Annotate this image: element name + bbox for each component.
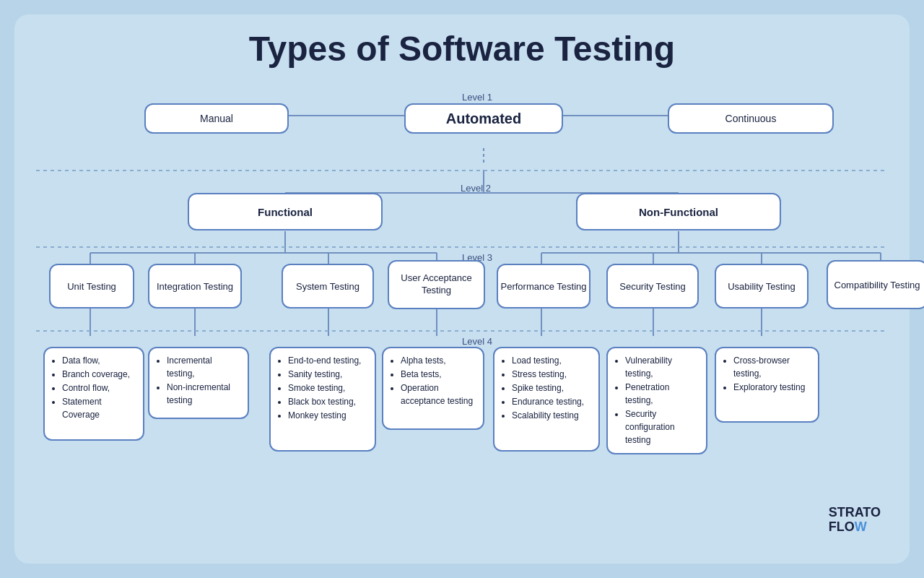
node-manual: Manual xyxy=(144,103,289,134)
sep3 xyxy=(36,330,888,332)
detail-usability: Cross-browser testing, Exploratory testi… xyxy=(715,347,819,423)
node-system: System Testing xyxy=(282,264,374,309)
node-uat: User Acceptance Testing xyxy=(388,260,485,309)
node-usability: Usability Testing xyxy=(715,264,808,309)
node-automated: Automated xyxy=(404,103,563,134)
diagram: Level 1 Manual Automated Continuous Leve… xyxy=(36,76,888,538)
node-nonfunctional: Non-Functional xyxy=(576,193,781,230)
node-performance: Performance Testing xyxy=(497,264,590,309)
logo: STRATO FLOW xyxy=(829,506,881,535)
node-security: Security Testing xyxy=(606,264,699,309)
sep1 xyxy=(36,170,888,171)
node-compatibility: Compatibility Testing xyxy=(827,260,924,309)
detail-integration: Incremental testing, Non-incremental tes… xyxy=(148,347,249,419)
main-container: Types of Software Testing xyxy=(14,14,910,564)
page-title: Types of Software Testing xyxy=(36,29,888,69)
detail-security: Vulnerability testing, Penetration testi… xyxy=(606,347,707,454)
node-unit: Unit Testing xyxy=(49,264,134,309)
logo-line1: STRATO xyxy=(829,506,881,520)
detail-performance: Load testing, Stress testing, Spike test… xyxy=(493,347,600,452)
detail-system: End-to-end testing, Sanity testing, Smok… xyxy=(269,347,376,452)
node-integration: Integration Testing xyxy=(148,264,242,309)
node-continuous: Continuous xyxy=(668,103,834,134)
detail-unit: Data flow, Branch coverage, Control flow… xyxy=(43,347,144,441)
level2-label: Level 2 xyxy=(461,183,491,194)
logo-line2: FLOW xyxy=(829,520,881,535)
level1-label: Level 1 xyxy=(462,92,492,103)
detail-uat: Alpha tests, Beta tests, Operation accep… xyxy=(382,347,484,430)
sep2 xyxy=(36,246,888,248)
level4-label: Level 4 xyxy=(462,336,492,347)
node-functional: Functional xyxy=(188,193,383,230)
